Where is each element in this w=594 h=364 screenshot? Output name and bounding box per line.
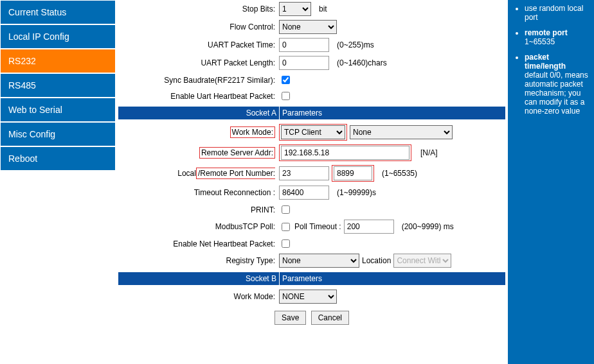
sidebar-item-current-status[interactable]: Current Status <box>0 0 116 24</box>
uart-pkt-time-input[interactable] <box>279 38 329 52</box>
work-mode-label-box: Work Mode: <box>230 126 275 138</box>
uart-pkt-len-input[interactable] <box>279 56 329 70</box>
sidebar-item-misc-config[interactable]: Misc Config <box>0 122 116 146</box>
location-label: Location <box>362 256 391 265</box>
local-port-label-prefix: Local <box>177 169 196 178</box>
cancel-button[interactable]: Cancel <box>311 311 349 325</box>
work-mode-select-box: TCP Client <box>279 124 347 141</box>
flow-control-select[interactable]: None <box>279 20 337 34</box>
reg-type-label: Registry Type: <box>118 256 279 265</box>
modbus-checkbox[interactable] <box>282 223 290 231</box>
stop-bits-unit: bit <box>319 4 327 13</box>
help-item-1: use random local port <box>525 4 591 22</box>
stop-bits-select[interactable]: 1 <box>279 2 311 16</box>
socket-b-header-left: Socket B <box>118 272 279 285</box>
socket-b-work-mode-label: Work Mode: <box>118 292 279 301</box>
remote-addr-input-box <box>279 144 411 161</box>
reg-type-select[interactable]: None <box>279 254 359 268</box>
save-button[interactable]: Save <box>274 311 306 325</box>
sidebar: Current Status Local IP Config RS232 RS4… <box>0 0 116 171</box>
local-port-input[interactable] <box>279 166 329 180</box>
help-column: use random local port remote port1~65535… <box>508 0 594 364</box>
timeout-label: Timeout Reconnection : <box>118 188 279 197</box>
sidebar-item-reboot[interactable]: Reboot <box>0 146 116 171</box>
port-hint: (1~65535) <box>382 169 417 178</box>
net-heartbeat-label: Enable Net Heartbeat Packet: <box>118 239 279 248</box>
work-mode-sub-select[interactable]: None <box>350 125 453 139</box>
help-item-2: remote port1~65535 <box>525 28 591 46</box>
work-mode-select[interactable]: TCP Client <box>281 125 345 139</box>
poll-timeout-hint: (200~9999) ms <box>402 222 454 231</box>
sync-baud-checkbox[interactable] <box>282 76 290 84</box>
main-form: Stop Bits: 1 bit Flow Control: None UART… <box>116 0 508 330</box>
remote-port-input[interactable] <box>334 166 372 180</box>
socket-b-header-right: Parameters <box>279 272 505 285</box>
uart-pkt-len-label: UART Packet Length: <box>118 58 279 67</box>
uart-pkt-len-hint: (0~1460)chars <box>337 58 387 67</box>
uart-heartbeat-label: Enable Uart Heartbeat Packet: <box>118 92 279 101</box>
socket-a-header-right: Parameters <box>279 107 505 119</box>
net-heartbeat-checkbox[interactable] <box>282 239 290 248</box>
print-checkbox[interactable] <box>282 205 290 214</box>
flow-control-label: Flow Control: <box>118 22 279 31</box>
help-item-3: packet time/lengthdefault 0/0, means aut… <box>525 53 591 116</box>
uart-pkt-time-hint: (0~255)ms <box>337 40 374 49</box>
sidebar-item-local-ip[interactable]: Local IP Config <box>0 24 116 49</box>
socket-b-work-mode-select[interactable]: NONE <box>279 290 337 304</box>
socket-b-header: Socket B Parameters <box>118 272 505 285</box>
socket-a-header: Socket A Parameters <box>118 107 505 119</box>
remote-port-input-box <box>332 165 374 182</box>
location-select: Connect With <box>393 254 451 268</box>
sync-baud-label: Sync Baudrate(RF2217 Similar): <box>118 76 279 85</box>
sidebar-item-rs485[interactable]: RS485 <box>0 73 116 98</box>
print-label: PRINT: <box>118 205 279 214</box>
modbus-label: ModbusTCP Poll: <box>118 222 279 231</box>
poll-timeout-label: Poll Timeout : <box>294 222 341 231</box>
socket-a-header-left: Socket A <box>118 107 279 119</box>
remote-addr-na: [N/A] <box>420 148 438 157</box>
remote-addr-input[interactable] <box>281 146 410 160</box>
button-row: Save Cancel <box>118 306 505 330</box>
uart-pkt-time-label: UART Packet Time: <box>118 40 279 49</box>
remote-port-label-box: /Remote Port Number: <box>196 168 275 179</box>
sidebar-item-web-to-serial[interactable]: Web to Serial <box>0 98 116 122</box>
poll-timeout-input[interactable] <box>344 220 394 234</box>
remote-addr-label-box: Remote Server Addr: <box>199 147 275 159</box>
timeout-input[interactable] <box>279 186 329 200</box>
timeout-hint: (1~99999)s <box>337 188 376 197</box>
sidebar-item-rs232[interactable]: RS232 <box>0 49 116 73</box>
uart-heartbeat-checkbox[interactable] <box>282 92 290 100</box>
stop-bits-label: Stop Bits: <box>118 4 279 13</box>
